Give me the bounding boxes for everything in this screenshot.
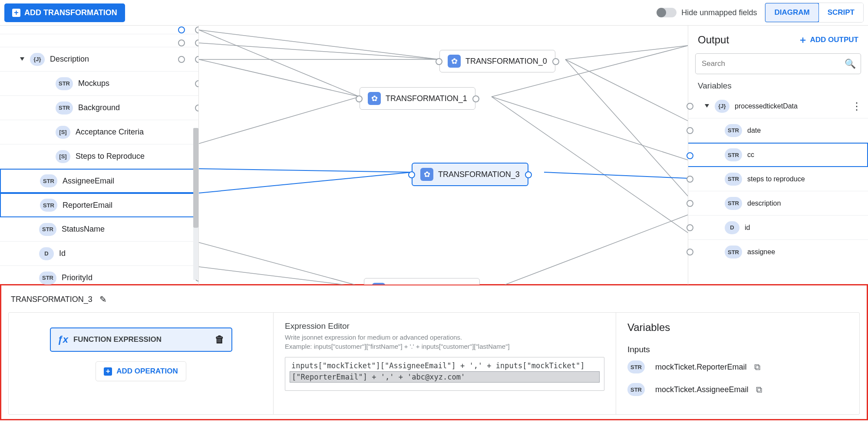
- type-badge-json: {J}: [715, 100, 729, 113]
- svg-line-14: [498, 215, 688, 285]
- trash-icon[interactable]: 🗑: [215, 334, 224, 345]
- output-row-description[interactable]: STR description: [688, 191, 868, 216]
- gear-icon: ✿: [448, 55, 461, 68]
- node-label: TRANSFORMATION_3: [438, 170, 520, 179]
- tree-label: Steps to Reproduce: [76, 152, 145, 161]
- svg-line-15: [199, 169, 412, 172]
- tree-row-status-name[interactable]: STR StatusName: [0, 217, 198, 242]
- type-badge-str: STR: [725, 124, 742, 137]
- output-row-label: date: [747, 127, 761, 134]
- node-transformation-2[interactable]: ✿ TRANSFORMATION_2: [364, 278, 480, 285]
- transformation-detail-panel: TRANSFORMATION_3 ✎ ƒx FUNCTION EXPRESSIO…: [0, 284, 868, 420]
- output-panel: Output ＋ADD OUTPUT 🔍 Variables {J} proce…: [688, 26, 868, 285]
- output-row-date[interactable]: STR date: [688, 118, 868, 143]
- node-transformation-1[interactable]: ✿ TRANSFORMATION_1: [360, 87, 475, 110]
- svg-line-12: [199, 242, 364, 285]
- plus-icon: +: [104, 367, 112, 376]
- hide-unmapped-label: Hide unmapped fields: [681, 8, 757, 17]
- detail-title-text: TRANSFORMATION_3: [11, 295, 92, 304]
- vars-subtitle: Inputs: [627, 345, 848, 354]
- copy-icon[interactable]: ⧉: [756, 385, 762, 395]
- output-root-label: processedticketData: [735, 102, 798, 110]
- tree-row-priority[interactable]: STR PriorityId: [0, 266, 198, 285]
- function-expression-label: FUNCTION EXPRESSION: [73, 335, 162, 344]
- tree-row-truncated[interactable]: [0, 34, 198, 47]
- add-output-button[interactable]: ＋ADD OUTPUT: [798, 33, 858, 46]
- search-input[interactable]: [695, 53, 861, 74]
- node-label: TRANSFORMATION_0: [465, 57, 547, 66]
- diagram-canvas[interactable]: ✿ TRANSFORMATION_0 ✿ TRANSFORMATION_1 ✿ …: [199, 26, 688, 285]
- type-badge-str: STR: [725, 246, 742, 259]
- minus-icon: –: [659, 7, 663, 16]
- gear-icon: ✿: [368, 92, 381, 105]
- output-row-id[interactable]: D id: [688, 216, 868, 240]
- svg-line-17: [544, 172, 688, 178]
- var-label: mockTicket.AssigneeEmail: [655, 385, 748, 394]
- type-badge-str: STR: [725, 173, 742, 186]
- type-badge-str: STR: [39, 272, 56, 285]
- output-search: 🔍: [695, 53, 861, 74]
- output-root-row[interactable]: {J} processedticketData ⋮: [688, 94, 868, 118]
- type-badge-str: STR: [39, 223, 56, 236]
- output-row-cc[interactable]: STR cc: [688, 143, 868, 167]
- expression-editor-help: Write jsonnet expression for medium or a…: [285, 333, 604, 351]
- output-row-steps[interactable]: STR steps to reproduce: [688, 167, 868, 191]
- chevron-down-icon[interactable]: [17, 55, 27, 64]
- expression-editor-input[interactable]: inputs["mockTicket"]["AssigneeEmail"] + …: [285, 357, 604, 391]
- svg-line-5: [199, 97, 360, 144]
- tree-row-acceptance[interactable]: [S] Acceptance Criteria: [0, 120, 198, 144]
- var-row: STR mockTicket.AssigneeEmail ⧉: [627, 383, 848, 396]
- copy-icon[interactable]: ⧉: [754, 362, 760, 372]
- add-transformation-button[interactable]: + ADD TRANSFORMATION: [4, 3, 125, 22]
- tree-row-id[interactable]: D Id: [0, 242, 198, 266]
- function-expression-chip[interactable]: ƒx FUNCTION EXPRESSION 🗑: [50, 327, 232, 352]
- var-label: mockTicket.ReporterEmail: [655, 363, 746, 372]
- add-operation-button[interactable]: + ADD OPERATION: [96, 361, 186, 381]
- svg-line-13: [199, 267, 364, 285]
- node-transformation-3[interactable]: ✿ TRANSFORMATION_3: [412, 163, 528, 186]
- fx-icon: ƒx: [58, 334, 68, 345]
- output-row-label: assignee: [747, 248, 775, 256]
- tree-row-reporter-email[interactable]: STR ReporterEmail: [0, 193, 198, 217]
- code-line: inputs["mockTicket"]["AssigneeEmail"] + …: [285, 360, 604, 371]
- type-badge-str: STR: [40, 174, 57, 187]
- segment-diagram[interactable]: DIAGRAM: [765, 3, 819, 23]
- output-row-assignee[interactable]: STR assignee: [688, 240, 868, 264]
- svg-line-2: [199, 43, 439, 59]
- view-segments: DIAGRAM SCRIPT: [765, 3, 864, 23]
- tree-label: Description: [50, 55, 89, 64]
- search-icon: 🔍: [845, 59, 856, 69]
- output-row-label: cc: [747, 151, 754, 159]
- input-panel: {J} Description STR Mockups STR Backgrou…: [0, 26, 199, 285]
- tree-row-mockups[interactable]: STR Mockups: [0, 72, 198, 96]
- tree-row-background[interactable]: STR Background: [0, 96, 198, 120]
- vars-title: Variables: [627, 321, 848, 334]
- input-tree: {J} Description STR Mockups STR Backgrou…: [0, 26, 198, 285]
- tree-label: Acceptance Criteria: [76, 128, 144, 137]
- code-line-selected: ["ReporterEmail"] + ',' + 'abc@xyz.com': [290, 371, 600, 383]
- node-transformation-0[interactable]: ✿ TRANSFORMATION_0: [439, 50, 555, 72]
- svg-line-11: [565, 46, 688, 59]
- tree-row-description[interactable]: {J} Description: [0, 47, 198, 72]
- toolbar: + ADD TRANSFORMATION – Hide unmapped fie…: [0, 0, 868, 26]
- gear-icon: ✿: [420, 168, 433, 181]
- output-row-label: description: [747, 200, 781, 207]
- plus-icon: ＋: [798, 33, 808, 46]
- svg-line-3: [199, 59, 360, 97]
- tree-label: Mockups: [78, 79, 109, 88]
- kebab-icon[interactable]: ⋮: [851, 104, 862, 108]
- output-row-label: id: [745, 224, 750, 232]
- type-badge-str: STR: [627, 360, 645, 373]
- tree-label: Id: [59, 249, 66, 258]
- variables-label: Variables: [688, 81, 868, 94]
- type-badge-arr: [S]: [56, 150, 70, 163]
- edit-icon[interactable]: ✎: [99, 294, 107, 304]
- gear-icon: ✿: [372, 283, 385, 285]
- segment-script[interactable]: SCRIPT: [819, 3, 863, 22]
- tree-row-assignee-email[interactable]: STR AssigneeEmail: [0, 169, 198, 193]
- tree-row-steps[interactable]: [S] Steps to Reproduce: [0, 144, 198, 169]
- chevron-down-icon[interactable]: [702, 101, 712, 111]
- hide-unmapped-toggle[interactable]: –: [657, 8, 677, 17]
- scrollbar[interactable]: [193, 128, 198, 280]
- type-badge-str: STR: [725, 148, 742, 161]
